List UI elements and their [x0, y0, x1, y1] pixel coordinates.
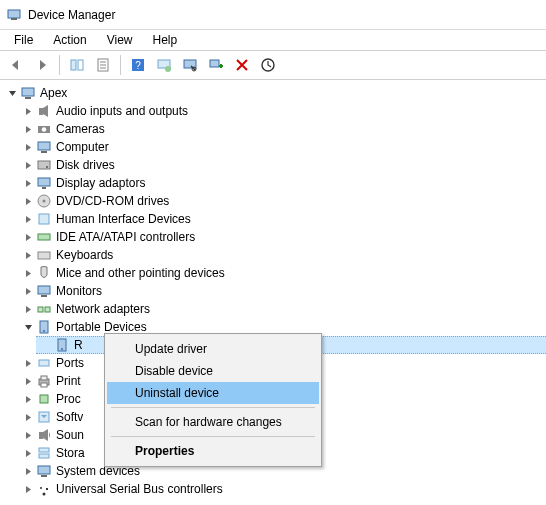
tree-item[interactable]: Cameras: [18, 120, 546, 138]
properties-button[interactable]: [91, 53, 115, 77]
show-hidden-button[interactable]: [65, 53, 89, 77]
svg-rect-2: [71, 60, 76, 70]
app-icon: [6, 7, 22, 23]
svg-rect-17: [25, 97, 31, 99]
tree-item-label: Computer: [56, 140, 109, 154]
back-button[interactable]: [4, 53, 28, 77]
expand-icon[interactable]: [22, 123, 34, 135]
context-menu-item[interactable]: Properties: [107, 440, 319, 462]
svg-rect-44: [40, 395, 48, 403]
update-driver-button[interactable]: [256, 53, 280, 77]
add-legacy-button[interactable]: [204, 53, 228, 77]
tree-item-label: Human Interface Devices: [56, 212, 191, 226]
tree-item[interactable]: DVD/CD-ROM drives: [18, 192, 546, 210]
scan-hardware-button[interactable]: [178, 53, 202, 77]
menu-view[interactable]: View: [97, 31, 143, 49]
expand-icon[interactable]: [22, 267, 34, 279]
svg-rect-35: [45, 307, 50, 312]
remove-button[interactable]: [230, 53, 254, 77]
svg-rect-14: [210, 60, 219, 67]
tree-item-label: Monitors: [56, 284, 102, 298]
tree-item[interactable]: Human Interface Devices: [18, 210, 546, 228]
system-icon: [36, 463, 52, 479]
portable-icon: [36, 319, 52, 335]
tree-item-label: Stora: [56, 446, 85, 460]
tree-item[interactable]: Mice and other pointing devices: [18, 264, 546, 282]
context-menu-item[interactable]: Disable device: [107, 360, 319, 382]
expand-icon[interactable]: [22, 429, 34, 441]
tree-item-label: Proc: [56, 392, 81, 406]
tree-item[interactable]: Audio inputs and outputs: [18, 102, 546, 120]
usb-icon: [36, 481, 52, 497]
monitor-icon: [36, 283, 52, 299]
expand-icon[interactable]: [22, 213, 34, 225]
tree-item-label: Portable Devices: [56, 320, 147, 334]
svg-rect-16: [22, 88, 34, 96]
menu-file[interactable]: File: [4, 31, 43, 49]
expand-icon[interactable]: [22, 321, 34, 333]
tree-pane: Apex Audio inputs and outputs Cameras Co…: [0, 80, 546, 505]
tree-item[interactable]: Universal Serial Bus controllers: [18, 480, 546, 498]
svg-rect-26: [42, 187, 46, 189]
expand-icon[interactable]: [22, 105, 34, 117]
expand-icon[interactable]: [22, 285, 34, 297]
expand-icon[interactable]: [22, 195, 34, 207]
svg-point-39: [61, 348, 63, 350]
tree-item-label: Display adaptors: [56, 176, 145, 190]
svg-rect-34: [38, 307, 43, 312]
expand-icon[interactable]: [22, 357, 34, 369]
svg-rect-46: [39, 432, 43, 439]
tree-item-label: Universal Serial Bus controllers: [56, 482, 223, 496]
tree-root[interactable]: Apex: [0, 84, 546, 102]
expand-icon[interactable]: [22, 483, 34, 495]
tree-item-label: Ports: [56, 356, 84, 370]
tree-item[interactable]: Keyboards: [18, 246, 546, 264]
expand-icon[interactable]: [22, 159, 34, 171]
forward-button[interactable]: [30, 53, 54, 77]
tree-item[interactable]: Monitors: [18, 282, 546, 300]
context-menu-item[interactable]: Scan for hardware changes: [107, 411, 319, 433]
svg-point-20: [42, 127, 47, 132]
tree-item-label: DVD/CD-ROM drives: [56, 194, 169, 208]
expand-icon[interactable]: [22, 375, 34, 387]
tree-item-label: Softv: [56, 410, 83, 424]
dvd-icon: [36, 193, 52, 209]
expand-icon[interactable]: [22, 249, 34, 261]
expand-icon[interactable]: [6, 87, 18, 99]
expand-icon[interactable]: [22, 177, 34, 189]
software-icon: [36, 409, 52, 425]
svg-rect-31: [38, 252, 50, 259]
expand-icon[interactable]: [22, 141, 34, 153]
svg-rect-30: [38, 234, 50, 240]
svg-rect-32: [38, 286, 50, 294]
expand-icon[interactable]: [22, 231, 34, 243]
tree-item[interactable]: Network adapters: [18, 300, 546, 318]
expand-icon[interactable]: [22, 393, 34, 405]
tree-item-label: Keyboards: [56, 248, 113, 262]
context-menu-item[interactable]: Uninstall device: [107, 382, 319, 404]
network-icon: [36, 301, 52, 317]
tree-root-label: Apex: [40, 86, 67, 100]
tree-item[interactable]: Disk drives: [18, 156, 546, 174]
toolbar-separator: [59, 55, 60, 75]
expand-icon[interactable]: [22, 447, 34, 459]
sound-icon: [36, 427, 52, 443]
action-center-button[interactable]: [152, 53, 176, 77]
expand-icon[interactable]: [22, 465, 34, 477]
expand-icon[interactable]: [22, 411, 34, 423]
svg-rect-42: [41, 376, 47, 380]
toolbar: ?: [0, 50, 546, 80]
tree-item[interactable]: IDE ATA/ATAPI controllers: [18, 228, 546, 246]
help-button[interactable]: ?: [126, 53, 150, 77]
mouse-icon: [36, 265, 52, 281]
svg-rect-48: [39, 454, 49, 458]
expand-icon[interactable]: [22, 303, 34, 315]
tree-item[interactable]: Computer: [18, 138, 546, 156]
menu-action[interactable]: Action: [43, 31, 96, 49]
svg-point-51: [43, 493, 46, 496]
context-menu-item[interactable]: Update driver: [107, 338, 319, 360]
tree-item[interactable]: Display adaptors: [18, 174, 546, 192]
menu-help[interactable]: Help: [143, 31, 188, 49]
tree-item-label: R: [74, 338, 83, 352]
svg-rect-3: [78, 60, 83, 70]
